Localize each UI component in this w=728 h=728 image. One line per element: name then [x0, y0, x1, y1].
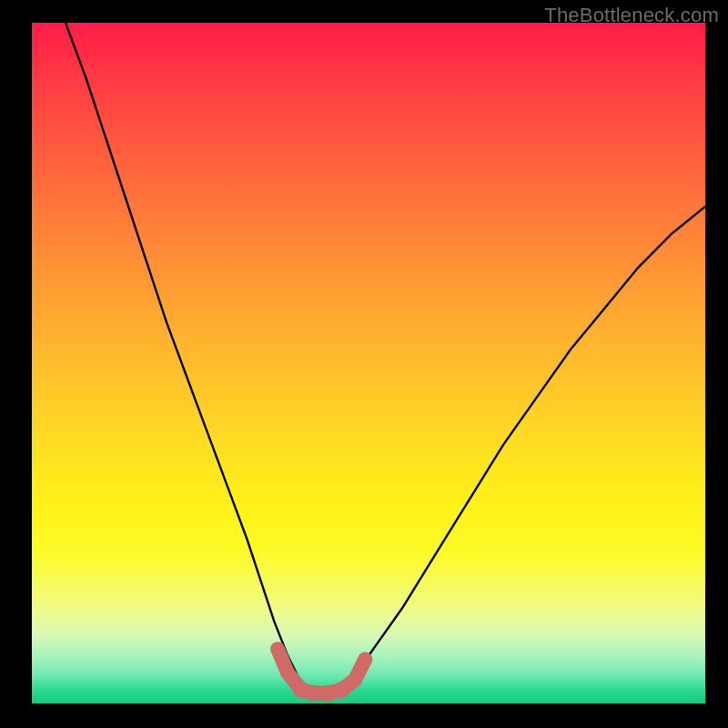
- marker-dot: [271, 642, 284, 655]
- bottleneck-curve: [66, 23, 705, 693]
- plot-area: [32, 23, 705, 703]
- marker-dot: [359, 652, 371, 665]
- watermark-text: TheBottleneck.com: [544, 4, 719, 27]
- bottleneck-chart: [32, 23, 705, 703]
- chart-frame: TheBottleneck.com: [0, 0, 728, 728]
- marker-dot: [348, 672, 362, 687]
- marker-dot: [280, 665, 295, 680]
- marker-dot: [333, 682, 349, 698]
